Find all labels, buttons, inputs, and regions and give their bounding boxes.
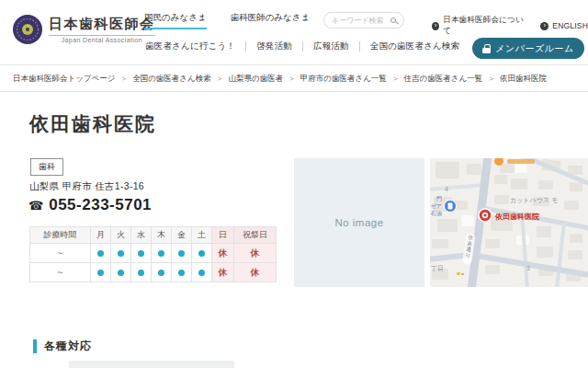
map-pin-icon[interactable] bbox=[479, 209, 492, 222]
schedule-row: ～休休 bbox=[30, 263, 277, 282]
schedule-day-cell bbox=[91, 263, 111, 282]
schedule-day-cell bbox=[131, 244, 152, 263]
breadcrumb-item[interactable]: 山梨県の歯医者 bbox=[228, 74, 283, 85]
breadcrumb: 日本歯科医師会トップページ>全国の歯医者さん検索>山梨県の歯医者>甲府市の歯医者… bbox=[0, 66, 588, 92]
open-dot-icon bbox=[118, 270, 124, 276]
map-canvas: 門 ゼア 石油 4 3 丁目 カットハウス モ 住吉通り bbox=[430, 158, 588, 287]
breadcrumb-item[interactable]: 住吉の歯医者さん一覧 bbox=[404, 74, 483, 85]
schedule-header-cell: 木 bbox=[152, 227, 172, 244]
breadcrumb-item[interactable]: 日本歯科医師会トップページ bbox=[13, 74, 116, 85]
schedule-day-cell bbox=[111, 263, 131, 282]
open-dot-icon bbox=[178, 270, 185, 276]
site-header: 日本歯科医師会 Japan Dental Association 国民のみなさま… bbox=[0, 0, 588, 65]
nav-main-item[interactable]: 歯医者さんに行こう！ bbox=[145, 40, 235, 52]
schedule-header-cell: 金 bbox=[172, 227, 192, 244]
map-poi-text-1: 門 bbox=[436, 196, 442, 201]
clinic-address: 山梨県 甲府市 住吉1-3-16 bbox=[29, 180, 144, 193]
schedule-header-row: 診療時間月火水木金土日祝祭日 bbox=[30, 227, 277, 244]
support-section-heading: 各種対応 bbox=[33, 339, 92, 354]
keyword-search-box[interactable] bbox=[323, 12, 404, 29]
nav-divider bbox=[245, 41, 246, 52]
schedule-day-cell bbox=[192, 244, 212, 263]
schedule-day-cell bbox=[131, 263, 152, 282]
map-pin-label: 依田歯科医院 bbox=[494, 213, 540, 221]
schedule-day-cell bbox=[172, 263, 192, 282]
logo-title: 日本歯科医師会 bbox=[49, 16, 155, 33]
map-poi-gas-station bbox=[445, 201, 457, 213]
breadcrumb-item[interactable]: 全国の歯医者さん検索 bbox=[132, 74, 211, 85]
utility-link-label: ENGLISH bbox=[552, 21, 588, 30]
open-dot-icon bbox=[158, 250, 164, 257]
partial-table-header bbox=[69, 361, 234, 368]
open-dot-icon bbox=[198, 250, 205, 257]
schedule-day-cell bbox=[91, 244, 111, 263]
schedule-day-cell bbox=[172, 244, 192, 263]
nav-divider bbox=[359, 41, 360, 52]
no-image-placeholder: No image bbox=[294, 158, 424, 287]
lock-icon bbox=[482, 48, 491, 53]
nav-top: 国民のみなさま歯科医師のみなさま bbox=[144, 12, 310, 29]
breadcrumb-separator: > bbox=[393, 75, 398, 83]
open-dot-icon bbox=[138, 270, 144, 276]
members-room-button[interactable]: メンバーズルーム bbox=[472, 38, 584, 59]
map[interactable]: 門 ゼア 石油 4 3 丁目 カットハウス モ 住吉通り bbox=[430, 158, 588, 287]
breadcrumb-separator: > bbox=[218, 75, 222, 83]
map-poi-text-3: 石油 bbox=[430, 210, 442, 217]
map-poi-text-2: ゼア bbox=[431, 203, 442, 209]
utility-link[interactable]: 日本歯科医師会について bbox=[432, 15, 524, 37]
schedule-header-cell: 日 bbox=[212, 227, 234, 244]
schedule-header-cell: 月 bbox=[91, 227, 111, 244]
breadcrumb-separator: > bbox=[122, 75, 127, 83]
schedule-time-cell: ～ bbox=[30, 244, 91, 263]
section-accent-bar bbox=[33, 339, 37, 353]
nav-top-item[interactable]: 歯科医師のみなさま bbox=[231, 12, 311, 29]
jda-emblem-icon bbox=[12, 14, 43, 45]
schedule-day-cell bbox=[192, 263, 212, 282]
schedule-day-cell bbox=[152, 244, 172, 263]
category-badge: 歯科 bbox=[30, 158, 63, 176]
schedule-header-cell: 土 bbox=[192, 227, 212, 244]
open-dot-icon bbox=[138, 250, 144, 257]
schedule-header-cell: 水 bbox=[131, 227, 152, 244]
phone-icon bbox=[28, 197, 43, 213]
circle-arrow-icon bbox=[540, 22, 548, 30]
logo-text: 日本歯科医師会 Japan Dental Association bbox=[49, 16, 155, 43]
breadcrumb-separator: > bbox=[489, 75, 493, 83]
open-dot-icon bbox=[198, 270, 205, 276]
nav-main-item[interactable]: 広報活動 bbox=[313, 40, 349, 52]
nav-top-item[interactable]: 国民のみなさま bbox=[144, 12, 207, 29]
schedule-time-cell: ～ bbox=[30, 263, 91, 282]
search-input[interactable] bbox=[332, 17, 387, 25]
utility-link[interactable]: ENGLISH bbox=[540, 15, 588, 37]
nav-main-item[interactable]: 全国の歯医者さん検索 bbox=[370, 40, 460, 52]
circle-arrow-icon bbox=[432, 22, 439, 30]
open-dot-icon bbox=[97, 270, 104, 276]
page: 日本歯科医師会 Japan Dental Association 国民のみなさま… bbox=[0, 0, 588, 368]
logo-subtitle: Japan Dental Association bbox=[49, 35, 155, 43]
open-dot-icon bbox=[97, 250, 104, 257]
breadcrumb-separator: > bbox=[289, 75, 294, 83]
nav-main: 歯医者さんに行こう！啓発活動広報活動全国の歯医者さん検索 bbox=[145, 40, 459, 52]
schedule-day-cell bbox=[111, 244, 131, 263]
schedule-header-cell: 火 bbox=[111, 227, 131, 244]
schedule-header-cell: 診療時間 bbox=[30, 227, 91, 244]
open-dot-icon bbox=[118, 250, 124, 257]
search-icon[interactable] bbox=[390, 17, 396, 23]
map-block-number-3: 3 bbox=[526, 265, 530, 271]
schedule-day-cell: 休 bbox=[234, 244, 277, 263]
schedule-header-cell: 祝祭日 bbox=[234, 227, 277, 244]
breadcrumb-item[interactable]: 甲府市の歯医者さん一覧 bbox=[300, 74, 387, 85]
page-title: 依田歯科医院 bbox=[29, 111, 156, 137]
phone-row: 055-233-5701 bbox=[28, 196, 152, 214]
open-dot-icon bbox=[158, 270, 164, 276]
phone-number: 055-233-5701 bbox=[49, 196, 152, 214]
no-image-label: No image bbox=[334, 217, 383, 228]
members-room-label: メンバーズルーム bbox=[495, 42, 573, 55]
breadcrumb-item: 依田歯科医院 bbox=[500, 74, 547, 85]
site-logo[interactable]: 日本歯科医師会 Japan Dental Association bbox=[12, 14, 155, 45]
section-title: 各種対応 bbox=[44, 339, 92, 354]
schedule-day-cell bbox=[152, 263, 172, 282]
nav-divider bbox=[302, 41, 303, 52]
nav-main-item[interactable]: 啓発活動 bbox=[256, 40, 292, 52]
map-block-number-4: 4 bbox=[445, 186, 448, 192]
